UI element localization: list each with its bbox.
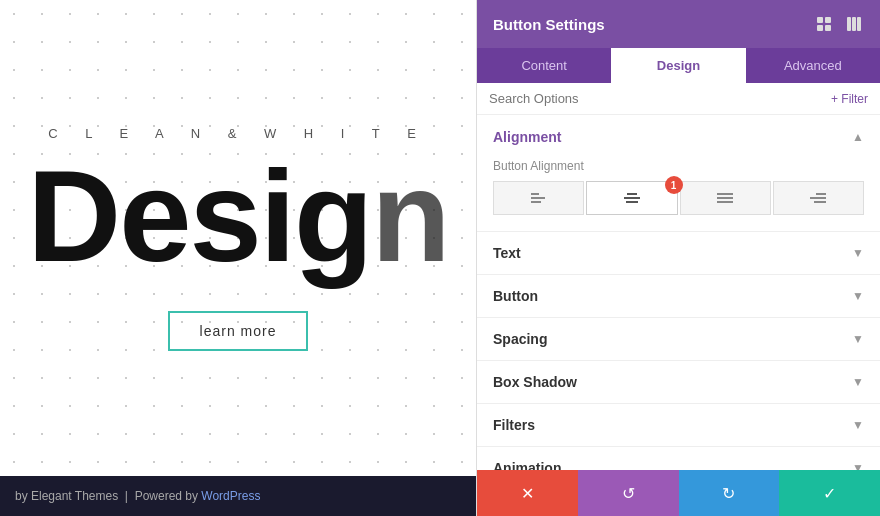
text-section-header[interactable]: Text ▼	[477, 232, 880, 274]
box-shadow-section-header[interactable]: Box Shadow ▼	[477, 361, 880, 403]
align-justify-button[interactable]	[680, 181, 771, 215]
save-button[interactable]: ✓	[779, 470, 880, 516]
preview-footer: by Elegant Themes | Powered by WordPress	[0, 476, 476, 516]
website-preview: C L E A N & W H I T E Design learn more …	[0, 0, 476, 516]
filters-section-header[interactable]: Filters ▼	[477, 404, 880, 446]
alignment-buttons: 1	[493, 181, 864, 215]
animation-section: Animation ▼	[477, 447, 880, 470]
panel-body: Alignment ▲ Button Alignment	[477, 115, 880, 470]
svg-rect-5	[852, 17, 856, 31]
grid-icon[interactable]	[814, 14, 834, 34]
box-shadow-section-title: Box Shadow	[493, 374, 577, 390]
box-shadow-section: Box Shadow ▼	[477, 361, 880, 404]
tagline: C L E A N & W H I T E	[48, 126, 428, 141]
spacing-chevron: ▼	[852, 332, 864, 346]
preview-content: C L E A N & W H I T E Design learn more	[0, 0, 476, 476]
alignment-chevron-up: ▲	[852, 130, 864, 144]
undo-button[interactable]: ↺	[578, 470, 679, 516]
animation-section-header[interactable]: Animation ▼	[477, 447, 880, 470]
search-bar: + Filter	[477, 83, 880, 115]
footer-text: by Elegant Themes | Powered by WordPress	[15, 489, 260, 503]
button-section-header[interactable]: Button ▼	[477, 275, 880, 317]
filters-section-title: Filters	[493, 417, 535, 433]
spacing-section-title: Spacing	[493, 331, 547, 347]
spacing-section-header[interactable]: Spacing ▼	[477, 318, 880, 360]
button-chevron: ▼	[852, 289, 864, 303]
text-chevron: ▼	[852, 246, 864, 260]
panel-header: Button Settings	[477, 0, 880, 48]
svg-rect-2	[817, 25, 823, 31]
action-bar: ✕ ↺ ↻ ✓	[477, 470, 880, 516]
wordpress-link: WordPress	[201, 489, 260, 503]
svg-rect-3	[825, 25, 831, 31]
search-input[interactable]	[489, 91, 831, 106]
panel-tabs: Content Design Advanced	[477, 48, 880, 83]
redo-button[interactable]: ↻	[679, 470, 780, 516]
alignment-field-label: Button Alignment	[493, 159, 864, 173]
svg-rect-1	[825, 17, 831, 23]
alignment-section: Alignment ▲ Button Alignment	[477, 115, 880, 232]
alignment-section-body: Button Alignment	[477, 159, 880, 231]
box-shadow-chevron: ▼	[852, 375, 864, 389]
heading: Design	[27, 151, 448, 281]
settings-panel: Button Settings Content Design	[476, 0, 880, 516]
panel-header-icons	[814, 14, 864, 34]
text-section-title: Text	[493, 245, 521, 261]
animation-section-title: Animation	[493, 460, 561, 470]
text-section: Text ▼	[477, 232, 880, 275]
svg-rect-6	[857, 17, 861, 31]
align-left-button[interactable]	[493, 181, 584, 215]
button-section: Button ▼	[477, 275, 880, 318]
filters-section: Filters ▼	[477, 404, 880, 447]
learn-more-button[interactable]: learn more	[168, 311, 309, 351]
filters-chevron: ▼	[852, 418, 864, 432]
panel-title: Button Settings	[493, 16, 605, 33]
align-right-button[interactable]	[773, 181, 864, 215]
alignment-section-title: Alignment	[493, 129, 561, 145]
alignment-badge: 1	[665, 176, 683, 194]
tab-advanced[interactable]: Advanced	[746, 48, 880, 83]
tab-content[interactable]: Content	[477, 48, 611, 83]
spacing-section: Spacing ▼	[477, 318, 880, 361]
cancel-button[interactable]: ✕	[477, 470, 578, 516]
align-center-button[interactable]: 1	[586, 181, 677, 215]
columns-icon[interactable]	[844, 14, 864, 34]
animation-chevron: ▼	[852, 461, 864, 470]
svg-rect-0	[817, 17, 823, 23]
button-section-title: Button	[493, 288, 538, 304]
tab-design[interactable]: Design	[611, 48, 745, 83]
filter-button[interactable]: + Filter	[831, 92, 868, 106]
svg-rect-4	[847, 17, 851, 31]
alignment-section-header[interactable]: Alignment ▲	[477, 115, 880, 159]
